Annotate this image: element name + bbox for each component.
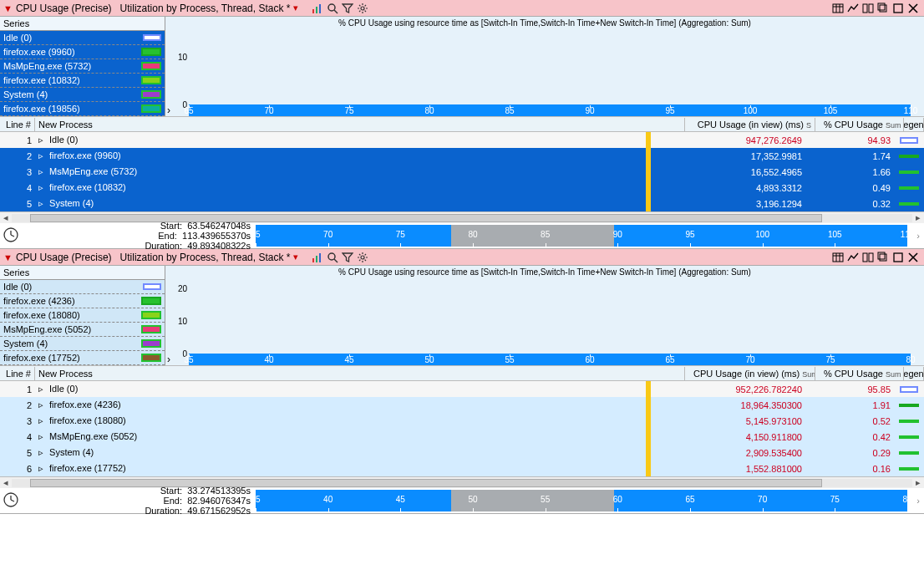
expand-icon[interactable]: ▹ <box>38 463 47 474</box>
timebar: Start: 63.546247048s End: 113.439655370s… <box>0 223 924 248</box>
series-item[interactable]: firefox.exe (18080) <box>0 308 165 323</box>
table-row[interactable]: 3 ▹ firefox.exe (18080) 5,145.973100 0.5… <box>0 413 924 429</box>
table-row[interactable]: 6 ▹ firefox.exe (17752) 1,552.881000 0.1… <box>0 461 924 476</box>
table-row[interactable]: 4 ▹ firefox.exe (10832) 4,893.3312 0.49 <box>0 180 924 196</box>
svg-point-23 <box>328 253 335 260</box>
table-row[interactable]: 2 ▹ firefox.exe (4236) 18,964.350300 1.9… <box>0 397 924 413</box>
line-chart-icon[interactable] <box>845 2 861 13</box>
dropdown-icon[interactable]: ▾ <box>293 252 298 262</box>
nav-right-icon[interactable]: › <box>167 354 170 365</box>
split-view-icon[interactable] <box>861 2 876 13</box>
table-view-icon[interactable] <box>830 251 845 262</box>
series-item[interactable]: Idle (0) <box>0 280 165 294</box>
table-view-icon[interactable] <box>830 2 845 13</box>
gold-marker[interactable] <box>646 132 651 211</box>
time-scrollbar[interactable]: 35404550556065707580 <box>256 490 907 511</box>
clock-icon <box>0 491 22 510</box>
expand-icon[interactable]: ▹ <box>38 150 47 161</box>
series-item[interactable]: MsMpEng.exe (5732) <box>0 59 165 74</box>
table-row[interactable]: 5 ▹ System (4) 2,909.535400 0.29 <box>0 445 924 461</box>
copy-icon[interactable] <box>876 2 891 13</box>
expand-icon[interactable]: ▹ <box>38 447 47 458</box>
series-panel: Series Idle (0) firefox.exe (9960) MsMpE… <box>0 17 165 116</box>
table-header: Line # New Process CPU Usage (in view) (… <box>0 116 924 132</box>
maximize-icon[interactable] <box>891 2 906 13</box>
close-icon[interactable] <box>906 251 921 262</box>
series-header: Series <box>0 17 165 31</box>
expand-icon[interactable]: ▹ <box>38 135 47 145</box>
filter-icon[interactable] <box>340 251 355 262</box>
series-swatch <box>141 311 161 319</box>
legend-swatch <box>899 420 919 423</box>
svg-rect-2 <box>319 4 321 13</box>
gear-icon[interactable] <box>355 2 370 13</box>
panel-subtitle[interactable]: Utilization by Process, Thread, Stack * <box>120 3 291 14</box>
chart-area[interactable]: % CPU Usage using resource time as [Swit… <box>165 17 924 116</box>
chart-type-icon[interactable] <box>310 2 325 13</box>
series-item[interactable]: firefox.exe (4236) <box>0 294 165 308</box>
cpu-usage-panel: ▼ CPU Usage (Precise) Utilization by Pro… <box>0 0 924 249</box>
gear-icon[interactable] <box>355 251 370 262</box>
svg-rect-14 <box>894 4 902 13</box>
table-row[interactable]: 1 ▹ Idle (0) 952,226.782240 95.85 <box>0 381 924 397</box>
svg-point-5 <box>361 7 364 10</box>
series-swatch <box>141 339 161 348</box>
series-item[interactable]: Idle (0) <box>0 31 165 45</box>
series-header: Series <box>0 266 165 280</box>
chart-area[interactable]: % CPU Usage using resource time as [Swit… <box>165 266 924 365</box>
expand-icon[interactable]: ▹ <box>38 182 47 193</box>
svg-point-25 <box>361 256 364 259</box>
expand-icon[interactable]: ▹ <box>38 198 47 209</box>
series-item[interactable]: firefox.exe (10832) <box>0 74 165 88</box>
chart-title: % CPU Usage using resource time as [Swit… <box>165 17 924 29</box>
search-icon[interactable] <box>325 2 340 13</box>
legend-swatch <box>899 170 919 174</box>
nav-right-icon[interactable]: › <box>167 104 170 116</box>
series-item[interactable]: System (4) <box>0 88 165 102</box>
table-row[interactable]: 2 ▹ firefox.exe (9960) 17,352.9981 1.74 <box>0 148 924 164</box>
expand-icon[interactable]: ▹ <box>38 400 47 410</box>
horizontal-scrollbar[interactable]: ◂ ▸ <box>0 211 924 223</box>
filter-icon[interactable] <box>340 2 355 13</box>
series-item[interactable]: MsMpEng.exe (5052) <box>0 323 165 337</box>
legend-swatch <box>899 451 919 455</box>
chart-type-icon[interactable] <box>310 251 325 262</box>
series-swatch <box>141 76 161 84</box>
gold-marker[interactable] <box>646 381 651 476</box>
close-icon[interactable] <box>906 2 921 13</box>
split-view-icon[interactable] <box>861 251 876 262</box>
series-item[interactable]: firefox.exe (17752) <box>0 351 165 365</box>
maximize-icon[interactable] <box>891 251 906 262</box>
chart-canvas[interactable]: 010 65707580859095100105110 <box>174 29 916 116</box>
panel-subtitle[interactable]: Utilization by Process, Thread, Stack * <box>120 252 291 263</box>
svg-rect-10 <box>863 4 867 13</box>
expand-icon[interactable]: ▹ <box>38 431 47 442</box>
collapse-icon[interactable]: ▼ <box>3 3 13 13</box>
legend-swatch <box>900 137 918 144</box>
series-item[interactable]: firefox.exe (19856) <box>0 102 165 116</box>
table-row[interactable]: 3 ▹ MsMpEng.exe (5732) 16,552.4965 1.66 <box>0 164 924 180</box>
time-nav-right[interactable]: › <box>912 496 924 506</box>
chart-canvas[interactable]: 01020 35404550556065707580 <box>174 278 916 365</box>
horizontal-scrollbar[interactable]: ◂ ▸ <box>0 476 924 488</box>
dropdown-icon[interactable]: ▾ <box>293 3 298 13</box>
expand-icon[interactable]: ▹ <box>38 415 47 426</box>
line-chart-icon[interactable] <box>845 251 861 262</box>
svg-line-39 <box>11 500 14 501</box>
expand-icon[interactable]: ▹ <box>38 384 47 394</box>
table-row[interactable]: 4 ▹ MsMpEng.exe (5052) 4,150.911800 0.42 <box>0 429 924 445</box>
table-row[interactable]: 5 ▹ System (4) 3,196.1294 0.32 <box>0 196 924 211</box>
copy-icon[interactable] <box>876 251 891 262</box>
collapse-icon[interactable]: ▼ <box>3 252 13 262</box>
series-swatch <box>141 48 161 56</box>
titlebar: ▼ CPU Usage (Precise) Utilization by Pro… <box>0 249 924 266</box>
time-scrollbar[interactable]: 65707580859095100105110 <box>256 225 907 247</box>
expand-icon[interactable]: ▹ <box>38 166 47 177</box>
search-icon[interactable] <box>325 251 340 262</box>
legend-swatch <box>899 435 919 439</box>
svg-line-24 <box>334 259 338 262</box>
table-row[interactable]: 1 ▹ Idle (0) 947,276.2649 94.93 <box>0 132 924 148</box>
series-item[interactable]: System (4) <box>0 337 165 351</box>
series-item[interactable]: firefox.exe (9960) <box>0 45 165 59</box>
svg-rect-1 <box>316 7 317 13</box>
